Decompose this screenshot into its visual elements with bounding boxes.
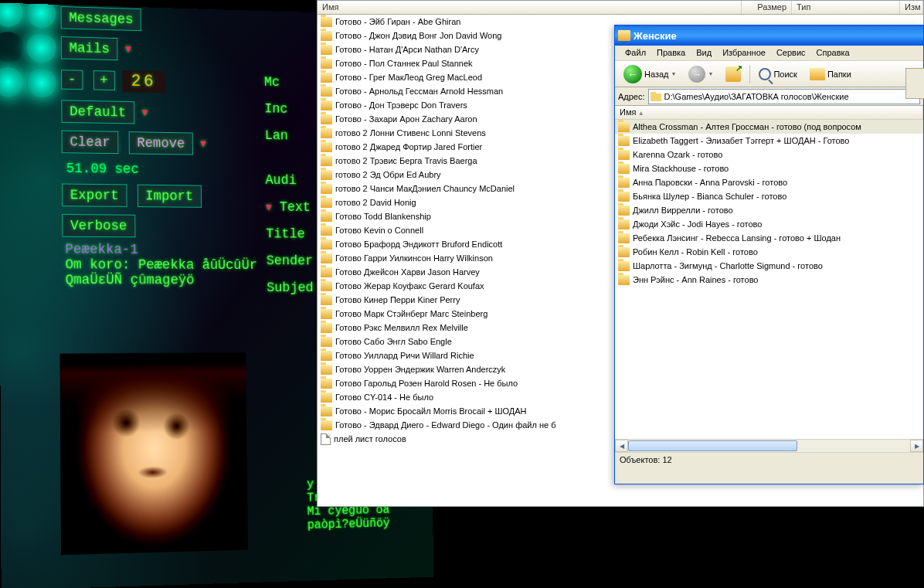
arrow-down-icon: ▼ <box>125 43 131 56</box>
list-item[interactable]: Karenna Ozark - готово <box>615 148 923 161</box>
list-item[interactable]: Бьянка Шулер - Bianca Schuler - готово <box>615 189 923 203</box>
folders-button[interactable]: Папки <box>804 65 857 83</box>
plus-button[interactable]: + <box>93 70 115 90</box>
folder-icon <box>321 142 332 152</box>
menu-item[interactable]: Избранное <box>717 46 771 60</box>
menubar[interactable]: ФайлПравкаВидИзбранноеСервисСправка <box>615 46 923 61</box>
folder-icon <box>321 114 332 124</box>
column-headers[interactable]: Имя <box>615 106 923 120</box>
folder-icon <box>321 87 332 97</box>
folder-icon <box>321 31 332 41</box>
mails-button[interactable]: Mails <box>61 36 118 60</box>
col-size: Размер <box>742 1 792 14</box>
up-button[interactable] <box>720 63 746 85</box>
export-button[interactable]: Export <box>62 184 127 207</box>
folder-icon <box>321 170 332 180</box>
folder-icon <box>321 337 332 347</box>
default-button[interactable]: Default <box>61 100 134 124</box>
folder-icon <box>321 309 332 319</box>
folder-icon <box>321 59 332 69</box>
folder-icon <box>618 122 630 132</box>
window-title: Женские <box>634 30 677 42</box>
folder-icon <box>618 30 630 41</box>
menu-item[interactable]: Файл <box>620 46 651 60</box>
folder-icon <box>321 100 332 110</box>
back-icon: ← <box>623 65 642 83</box>
folder-icon <box>618 164 630 174</box>
forward-icon: → <box>688 66 705 83</box>
statusbar: Объектов: 12 <box>615 452 923 467</box>
folder-icon <box>321 393 332 403</box>
verbose-button[interactable]: Verbose <box>62 214 135 237</box>
folder-icon <box>618 261 630 271</box>
list-item[interactable]: Робин Келл - Robin Kell - готово <box>615 245 923 259</box>
folder-icon <box>618 233 630 243</box>
remove-button[interactable]: Remove <box>129 131 193 155</box>
messages-button[interactable]: Messages <box>61 6 142 31</box>
menu-item[interactable]: Сервис <box>771 46 811 60</box>
folder-icon <box>321 226 332 236</box>
message-title: Peæekka-1 <box>65 242 287 258</box>
col-name: Имя <box>615 106 923 119</box>
list-item[interactable]: Шарлотта - Зигмунд - Charlotte Sigmund -… <box>615 259 923 273</box>
scrollbar[interactable]: ◀ ▶ <box>615 439 923 452</box>
list-item[interactable]: Джилл Виррелли - готово <box>615 203 923 217</box>
col-name: Имя <box>318 1 742 14</box>
folder-icon <box>321 295 332 305</box>
folder-icon <box>618 150 630 160</box>
menu-item[interactable]: Вид <box>691 46 717 60</box>
import-button[interactable]: Import <box>138 185 202 208</box>
clear-button[interactable]: Clear <box>62 131 119 155</box>
back-button[interactable]: ← Назад ▼ <box>618 62 681 87</box>
address-bar: Адрес: <box>615 87 923 106</box>
folder-icon <box>321 73 332 83</box>
search-button[interactable]: Поиск <box>753 65 802 83</box>
folder-icon <box>618 206 630 216</box>
folder-icon <box>321 212 332 222</box>
folder-icon <box>321 240 332 250</box>
search-icon <box>759 68 771 80</box>
message-from: Om koro: Peæekka åûÜcûÜr <box>65 257 288 272</box>
forward-button[interactable]: → ▼ <box>683 63 718 86</box>
message-line: QmaÜεÜÑ çûmageÿö <box>66 272 289 287</box>
list-item[interactable]: Ребекка Лэнсинг - Rebecca Lansing - гото… <box>615 231 923 245</box>
folder-icon <box>321 128 332 138</box>
toolbar: ← Назад ▼ → ▼ Поиск Папки <box>615 61 923 87</box>
list-item[interactable]: Mira Stackhouse - готово <box>615 161 923 175</box>
list-item[interactable]: Джоди Хэйс - Jodi Hayes - готово <box>615 217 923 231</box>
list-item[interactable]: Энн Рэйнс - Ann Raines - готово <box>615 273 923 287</box>
address-label: Адрес: <box>618 92 645 101</box>
address-input[interactable] <box>648 89 920 104</box>
folder-icon <box>618 192 630 202</box>
file-icon <box>321 433 331 445</box>
character-portrait <box>59 352 248 555</box>
menu-item[interactable]: Правка <box>651 46 691 60</box>
scroll-left-icon[interactable]: ◀ <box>615 440 628 452</box>
list-item[interactable]: Анна Паровски - Anna Parovski - готово <box>615 175 923 189</box>
folder-icon <box>618 178 630 188</box>
folder-icon <box>618 219 630 229</box>
col-changed: Изм <box>900 1 923 14</box>
folder-icon <box>618 275 630 285</box>
folder-icon <box>321 267 332 277</box>
scroll-thumb[interactable] <box>628 440 797 451</box>
folder-icon <box>321 17 332 27</box>
folders-icon <box>810 68 825 80</box>
list-item[interactable]: Elizabeth Taggert - Элизабет Тэггерт + Ш… <box>615 134 923 148</box>
folder-icon <box>321 253 332 263</box>
file-list[interactable]: Althea Crossman - Алтея Гроссман - готов… <box>615 120 923 452</box>
column-headers[interactable]: Имя Размер Тип Изм <box>318 1 923 15</box>
folder-icon <box>321 45 332 55</box>
scroll-right-icon[interactable]: ▶ <box>910 440 923 452</box>
folder-icon <box>321 198 332 208</box>
minus-button[interactable]: - <box>61 70 83 90</box>
timer: 51.09 sec <box>66 161 280 178</box>
folder-icon <box>321 379 332 389</box>
folder-icon <box>321 351 332 361</box>
list-item[interactable]: Althea Crossman - Алтея Гроссман - готов… <box>615 120 923 134</box>
menu-item[interactable]: Справка <box>811 46 855 60</box>
explorer-window-female[interactable]: Женские ФайлПравкаВидИзбранноеСервисСпра… <box>614 25 924 484</box>
titlebar[interactable]: Женские <box>615 25 923 46</box>
col-type: Тип <box>792 1 900 14</box>
folder-icon <box>321 406 332 416</box>
